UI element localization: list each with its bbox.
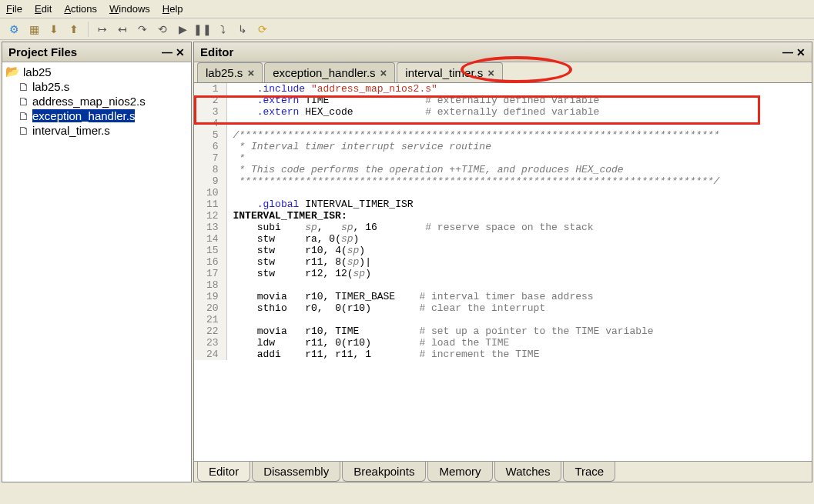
- menubar: File Edit Actions Windows Help: [0, 0, 814, 18]
- folder-icon: 📂: [5, 65, 20, 78]
- close-icon[interactable]: ×: [487, 66, 494, 79]
- download-icon[interactable]: ⬇: [46, 22, 62, 37]
- compile-icon[interactable]: ▦: [26, 22, 42, 37]
- tab-watches[interactable]: Watches: [494, 462, 562, 482]
- step-out-icon[interactable]: ↦: [95, 22, 110, 37]
- file-icon: 🗋: [18, 95, 29, 108]
- tree-file[interactable]: 🗋address_map_nios2.s: [4, 94, 189, 108]
- file-icon: 🗋: [18, 109, 29, 122]
- tree-folder[interactable]: 📂lab25: [4, 64, 189, 79]
- close-icon[interactable]: ×: [247, 66, 254, 79]
- step-over-icon[interactable]: ↷: [135, 22, 150, 37]
- close-icon[interactable]: ✕: [796, 46, 806, 58]
- tree-file[interactable]: 🗋exception_handler.s: [4, 108, 189, 123]
- tree-file[interactable]: 🗋lab25.s: [4, 79, 189, 94]
- tab-breakpoints[interactable]: Breakpoints: [342, 462, 426, 482]
- project-tree[interactable]: 📂lab25 🗋lab25.s 🗋address_map_nios2.s 🗋ex…: [2, 62, 191, 482]
- step-icon[interactable]: ↳: [235, 22, 250, 37]
- tab-lab25[interactable]: lab25.s×: [197, 62, 263, 82]
- menu-windows[interactable]: Windows: [109, 3, 150, 15]
- close-icon[interactable]: ✕: [176, 46, 185, 58]
- file-icon: 🗋: [18, 124, 29, 137]
- project-panel: Project Files — ✕ 📂lab25 🗋lab25.s 🗋addre…: [2, 42, 192, 482]
- tree-file[interactable]: 🗋interval_timer.s: [4, 123, 189, 138]
- menu-file[interactable]: File: [6, 3, 22, 15]
- menu-help[interactable]: Help: [162, 3, 183, 15]
- menu-edit[interactable]: Edit: [35, 3, 52, 15]
- gear-icon[interactable]: ⚙: [6, 22, 22, 37]
- editor-panel-title: Editor: [200, 45, 233, 58]
- minimize-icon[interactable]: —: [162, 46, 173, 58]
- close-icon[interactable]: ×: [380, 66, 387, 79]
- tab-exception-handler[interactable]: exception_handler.s×: [264, 62, 395, 82]
- editor-panel: Editor — ✕ lab25.s× exception_handler.s×…: [193, 42, 812, 482]
- step-back-icon[interactable]: ↤: [115, 22, 130, 37]
- pause-icon[interactable]: ❚❚: [195, 22, 210, 37]
- code-editor[interactable]: 1 .include "address_map_nios2.s" 2 .exte…: [194, 83, 812, 461]
- tab-memory[interactable]: Memory: [427, 462, 492, 482]
- minimize-icon[interactable]: —: [782, 46, 793, 58]
- editor-tabs: lab25.s× exception_handler.s× interval_t…: [194, 62, 812, 83]
- step-into-icon[interactable]: ⤵: [215, 22, 230, 37]
- tab-editor[interactable]: Editor: [197, 462, 250, 482]
- file-icon: 🗋: [18, 80, 29, 93]
- restart-icon[interactable]: ⟲: [155, 22, 170, 37]
- run-icon[interactable]: ▶: [175, 22, 190, 37]
- upload-icon[interactable]: ⬆: [66, 22, 82, 37]
- project-panel-title: Project Files: [8, 45, 77, 58]
- tab-trace[interactable]: Trace: [563, 462, 615, 482]
- menu-actions[interactable]: Actions: [64, 3, 97, 15]
- bottom-tabs: Editor Disassembly Breakpoints Memory Wa…: [194, 461, 812, 482]
- refresh-icon[interactable]: ⟳: [255, 22, 270, 37]
- tab-disassembly[interactable]: Disassembly: [252, 462, 340, 482]
- toolbar: ⚙ ▦ ⬇ ⬆ ↦ ↤ ↷ ⟲ ▶ ❚❚ ⤵ ↳ ⟳: [0, 18, 814, 40]
- tab-interval-timer[interactable]: interval_timer.s×: [397, 62, 503, 82]
